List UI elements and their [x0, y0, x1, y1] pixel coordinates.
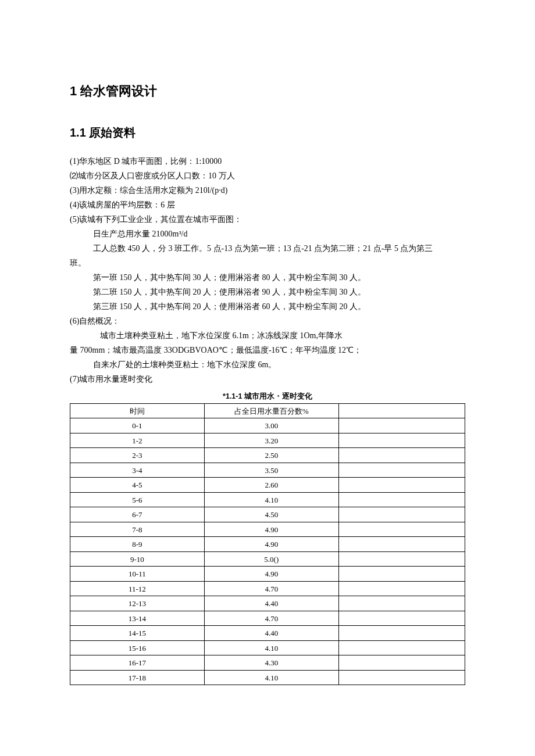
table-cell: 2.50	[204, 448, 338, 463]
table-cell: 3.50	[204, 463, 338, 478]
body-line: (3)用水定额：综合生活用水定额为 210l/(p·d)	[70, 184, 465, 196]
table-cell: 11-12	[70, 581, 205, 596]
table-cell: 1-2	[70, 433, 205, 448]
table-row: 8-94.90	[70, 537, 465, 552]
table-cell	[338, 567, 465, 582]
table-row: 10-114.90	[70, 567, 465, 582]
table-cell: 4-5	[70, 478, 205, 493]
table-row: 7-84.90	[70, 522, 465, 537]
table-row: 9-105.0()	[70, 551, 465, 567]
table-row: 11-124.70	[70, 581, 465, 596]
table-row: 17-184.10	[70, 670, 465, 685]
table-cell: 13-14	[70, 611, 205, 626]
body-line: 班。	[70, 257, 465, 269]
table-cell: 4.40	[204, 626, 338, 641]
table-header-cell: 占全日用水量百分数%	[204, 403, 338, 418]
table-cell: 4.10	[204, 670, 338, 685]
table-cell: 17-18	[70, 670, 205, 685]
table-cell: 4.70	[204, 611, 338, 626]
table-cell	[338, 492, 465, 507]
table-cell	[338, 463, 465, 478]
body-line: 城市土壤种类亚粘土，地下水位深度 6.1m；冰冻线深度 1Om,年降水	[70, 329, 465, 342]
table-cell: 3.00	[204, 418, 338, 433]
table-cell: 4.10	[204, 640, 338, 655]
table-cell: 4.70	[204, 581, 338, 596]
table-cell: 4.40	[204, 596, 338, 611]
table-cell: 10-11	[70, 567, 205, 582]
table-row: 12-134.40	[70, 596, 465, 611]
table-cell	[338, 670, 465, 685]
table-cell: 5-6	[70, 492, 205, 507]
table-cell: 14-15	[70, 626, 205, 641]
table-cell: 8-9	[70, 537, 205, 552]
table-row: 2-32.50	[70, 448, 465, 463]
table-cell	[338, 478, 465, 493]
body-line: 工人总数 450 人，分 3 班工作。5 点-13 点为第一班；13 点-21 …	[70, 242, 465, 255]
body-line: 日生产总用水量 21000m³/d	[70, 228, 465, 240]
table-cell	[338, 448, 465, 463]
table-cell	[338, 433, 465, 448]
heading-1: 1 给水管网设计	[70, 81, 465, 101]
table-cell: 15-16	[70, 640, 205, 655]
table-row: 5-64.10	[70, 492, 465, 507]
document-page: 1 给水管网设计 1.1 原始资料 (1)华东地区 D 城市平面图，比例：1:1…	[0, 0, 535, 756]
table-cell: 2.60	[204, 478, 338, 493]
table-row: 3-43.50	[70, 463, 465, 478]
table-cell: 4.90	[204, 522, 338, 537]
table-cell	[338, 522, 465, 537]
table-header-cell	[338, 403, 465, 418]
body-line: (6)自然概况：	[70, 315, 465, 327]
body-line: 量 700mm；城市最高温度 33ODGBVOAO℃；最低温度-16℃；年平均温…	[70, 344, 465, 356]
table-row: 15-164.10	[70, 640, 465, 655]
table-cell	[338, 418, 465, 433]
table-cell	[338, 581, 465, 596]
body-line: (4)该城房屋的平均层数：6 层	[70, 199, 465, 211]
table-cell	[338, 611, 465, 626]
table-cell	[338, 626, 465, 641]
heading-2: 1.1 原始资料	[70, 124, 465, 141]
table-cell	[338, 640, 465, 655]
body-line: (5)该城有下列工业企业，其位置在城市平面图：	[70, 213, 465, 225]
table-row: 1-23.20	[70, 433, 465, 448]
table-cell: 9-10	[70, 551, 205, 567]
table-cell	[338, 507, 465, 522]
table-row: 14-154.40	[70, 626, 465, 641]
table-cell: 3.20	[204, 433, 338, 448]
table-cell: 4.30	[204, 655, 338, 671]
body-line: 第三班 150 人，其中热车间 20 人；使用淋浴者 60 人，其中粉尘车间 2…	[70, 300, 465, 313]
table-cell: 2-3	[70, 448, 205, 463]
body-line: 第一班 150 人，其中热车间 30 人；使用淋浴者 80 人，其中粉尘车间 3…	[70, 271, 465, 284]
table-cell: 0-1	[70, 418, 205, 433]
table-cell: 5.0()	[204, 551, 338, 567]
table-cell: 4.90	[204, 537, 338, 552]
table-cell: 16-17	[70, 655, 205, 671]
table-cell: 4.10	[204, 492, 338, 507]
table-row: 6-74.50	[70, 507, 465, 522]
body-line: 第二班 150 人，其中热车间 20 人；使用淋浴者 90 人，其中粉尘车间 3…	[70, 286, 465, 298]
table-caption: *1.1-1 城市用水・逐时变化	[70, 391, 465, 402]
table-row: 16-174.30	[70, 655, 465, 671]
table-row: 13-144.70	[70, 611, 465, 626]
body-line: 自来水厂处的土壤种类亚粘土：地下水位深度 6m。	[70, 359, 465, 371]
table-cell: 4.50	[204, 507, 338, 522]
table-row: 4-52.60	[70, 478, 465, 493]
hourly-water-table: 时间 占全日用水量百分数% 0-13.001-23.202-32.503-43.…	[70, 403, 465, 686]
table-cell	[338, 596, 465, 611]
table-cell: 7-8	[70, 522, 205, 537]
table-cell: 4.90	[204, 567, 338, 582]
table-cell	[338, 551, 465, 567]
table-cell	[338, 655, 465, 671]
table-cell: 6-7	[70, 507, 205, 522]
table-cell: 3-4	[70, 463, 205, 478]
table-row: 0-13.00	[70, 418, 465, 433]
body-line: (7)城市用水量逐时变化	[70, 373, 465, 385]
table-cell	[338, 537, 465, 552]
table-header-cell: 时间	[70, 403, 205, 418]
table-header-row: 时间 占全日用水量百分数%	[70, 403, 465, 418]
table-cell: 12-13	[70, 596, 205, 611]
body-line: (1)华东地区 D 城市平面图，比例：1:10000	[70, 155, 465, 167]
body-line: ⑵城市分区及人口密度或分区人口数：10 万人	[70, 170, 465, 182]
